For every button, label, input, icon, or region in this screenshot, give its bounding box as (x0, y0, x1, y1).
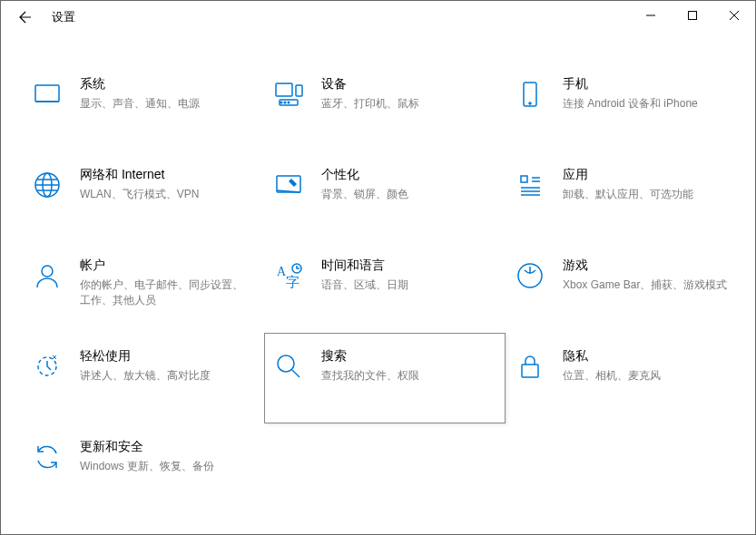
tile-title: 手机 (563, 76, 735, 92)
tile-personalize[interactable]: 个性化背景、锁屏、颜色 (264, 151, 506, 242)
svg-rect-12 (277, 176, 300, 192)
tile-accounts[interactable]: 帐户你的帐户、电子邮件、同步设置、工作、其他人员 (23, 242, 264, 333)
svg-rect-1 (35, 85, 59, 102)
maximize-button[interactable] (672, 1, 713, 30)
tile-desc: Xbox Game Bar、捕获、游戏模式 (563, 277, 735, 293)
tile-title: 更新和安全 (80, 439, 252, 455)
settings-grid: 系统显示、声音、通知、电源设备蓝牙、打印机、鼠标手机连接 Android 设备和… (1, 61, 755, 514)
minimize-icon (646, 11, 655, 20)
tile-update[interactable]: 更新和安全Windows 更新、恢复、备份 (23, 423, 264, 514)
tile-phone[interactable]: 手机连接 Android 设备和 iPhone (506, 61, 747, 151)
tile-desc: 卸载、默认应用、可选功能 (563, 187, 735, 202)
svg-rect-0 (689, 12, 697, 20)
tile-desc: 位置、相机、麦克风 (563, 368, 735, 384)
tile-system[interactable]: 系统显示、声音、通知、电源 (23, 61, 264, 151)
svg-rect-4 (296, 85, 302, 96)
tile-title: 搜索 (321, 348, 494, 365)
tile-desc: WLAN、飞行模式、VPN (80, 187, 252, 202)
tile-gaming[interactable]: 游戏Xbox Game Bar、捕获、游戏模式 (506, 242, 747, 333)
svg-point-20 (278, 355, 294, 372)
tile-title: 系统 (80, 76, 252, 92)
gaming-icon (512, 261, 548, 290)
maximize-icon (688, 11, 697, 20)
tile-apps[interactable]: 应用卸载、默认应用、可选功能 (506, 151, 747, 242)
accounts-icon (29, 261, 65, 290)
svg-point-7 (288, 102, 290, 103)
tile-desc: 语音、区域、日期 (321, 277, 494, 293)
svg-point-5 (280, 102, 282, 103)
svg-point-14 (42, 266, 53, 277)
tile-title: 帐户 (80, 258, 252, 274)
back-button[interactable] (8, 1, 43, 34)
time-icon: A字 (270, 261, 307, 290)
personalize-icon (270, 170, 307, 199)
apps-icon (512, 170, 548, 199)
tile-time[interactable]: A字时间和语言语音、区域、日期 (264, 242, 506, 333)
tile-title: 个性化 (321, 167, 494, 183)
window-controls (630, 1, 755, 30)
update-icon (29, 443, 65, 472)
title-bar: 设置 (1, 1, 755, 34)
svg-rect-21 (522, 365, 538, 377)
devices-icon (270, 80, 307, 109)
privacy-icon (512, 352, 548, 381)
tile-desc: 讲述人、放大镜、高对比度 (80, 368, 252, 384)
tile-title: 时间和语言 (321, 258, 494, 274)
settings-home: 系统显示、声音、通知、电源设备蓝牙、打印机、鼠标手机连接 Android 设备和… (1, 34, 755, 514)
svg-rect-2 (276, 83, 292, 96)
tile-desc: 显示、声音、通知、电源 (80, 96, 252, 112)
svg-rect-13 (521, 176, 527, 182)
search-icon (270, 352, 307, 381)
tile-title: 网络和 Internet (80, 167, 252, 183)
tile-search[interactable]: 搜索查找我的文件、权限 (264, 333, 506, 423)
tile-title: 隐私 (563, 348, 735, 365)
svg-text:字: 字 (286, 274, 299, 289)
phone-icon (512, 80, 548, 109)
arrow-left-icon (18, 10, 33, 24)
tile-devices[interactable]: 设备蓝牙、打印机、鼠标 (264, 61, 506, 151)
tile-desc: 你的帐户、电子邮件、同步设置、工作、其他人员 (80, 277, 252, 308)
tile-desc: Windows 更新、恢复、备份 (80, 459, 252, 474)
tile-privacy[interactable]: 隐私位置、相机、麦克风 (506, 333, 747, 423)
tile-title: 游戏 (563, 258, 735, 274)
close-button[interactable] (713, 1, 755, 30)
tile-desc: 查找我的文件、权限 (321, 368, 494, 384)
tile-desc: 蓝牙、打印机、鼠标 (321, 96, 494, 112)
svg-point-9 (529, 102, 531, 104)
network-icon (29, 170, 65, 199)
close-icon (730, 11, 739, 20)
minimize-button[interactable] (630, 1, 672, 30)
ease-icon (29, 352, 65, 381)
tile-desc: 连接 Android 设备和 iPhone (563, 96, 735, 112)
window-title: 设置 (52, 9, 75, 25)
tile-title: 应用 (563, 167, 735, 183)
tile-title: 设备 (321, 76, 494, 92)
system-icon (29, 80, 65, 109)
tile-desc: 背景、锁屏、颜色 (321, 187, 494, 202)
tile-network[interactable]: 网络和 InternetWLAN、飞行模式、VPN (23, 151, 264, 242)
svg-point-6 (284, 102, 286, 103)
tile-ease[interactable]: 轻松使用讲述人、放大镜、高对比度 (23, 333, 264, 423)
tile-title: 轻松使用 (80, 348, 252, 365)
